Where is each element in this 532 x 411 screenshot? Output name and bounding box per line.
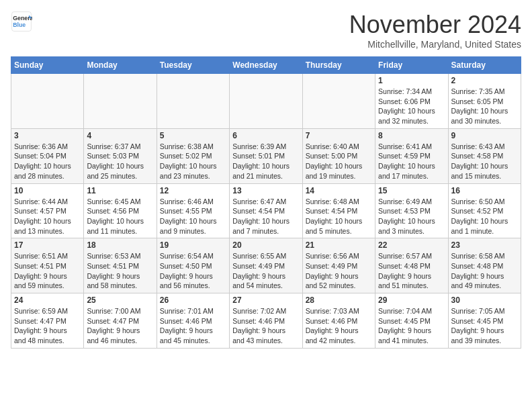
day-info: Sunrise: 6:40 AM Sunset: 5:00 PM Dayligh… [306,142,372,181]
calendar-week-row: 17Sunrise: 6:51 AM Sunset: 4:51 PM Dayli… [11,238,521,293]
calendar-cell [302,74,375,129]
calendar-cell: 28Sunrise: 7:03 AM Sunset: 4:46 PM Dayli… [302,293,375,349]
calendar-cell: 4Sunrise: 6:37 AM Sunset: 5:03 PM Daylig… [84,128,157,183]
day-number: 27 [232,295,299,305]
day-number: 7 [306,131,372,140]
calendar-header-row: SundayMondayTuesdayWednesdayThursdayFrid… [11,57,521,74]
month-title: November 2024 [349,11,521,39]
calendar-cell: 20Sunrise: 6:55 AM Sunset: 4:49 PM Dayli… [230,238,302,293]
col-header-sunday: Sunday [11,57,84,74]
day-info: Sunrise: 6:44 AM Sunset: 4:57 PM Dayligh… [14,197,81,236]
day-info: Sunrise: 6:58 AM Sunset: 4:48 PM Dayligh… [451,251,518,291]
day-number: 4 [87,131,153,140]
day-info: Sunrise: 6:51 AM Sunset: 4:51 PM Dayligh… [14,251,81,291]
calendar-cell: 9Sunrise: 6:43 AM Sunset: 4:58 PM Daylig… [448,128,521,183]
day-info: Sunrise: 6:56 AM Sunset: 4:49 PM Dayligh… [306,251,372,291]
day-number: 20 [232,240,299,250]
calendar-week-row: 1Sunrise: 7:34 AM Sunset: 6:06 PM Daylig… [11,74,521,129]
day-number: 30 [451,295,518,305]
day-number: 25 [87,295,153,305]
col-header-friday: Friday [375,57,448,74]
calendar-cell: 25Sunrise: 7:00 AM Sunset: 4:47 PM Dayli… [84,293,157,349]
day-number: 1 [378,76,445,85]
day-info: Sunrise: 6:55 AM Sunset: 4:49 PM Dayligh… [232,251,299,291]
day-info: Sunrise: 6:45 AM Sunset: 4:56 PM Dayligh… [87,197,153,236]
day-info: Sunrise: 6:49 AM Sunset: 4:53 PM Dayligh… [378,197,445,236]
day-info: Sunrise: 7:34 AM Sunset: 6:06 PM Dayligh… [378,87,445,126]
calendar-week-row: 24Sunrise: 6:59 AM Sunset: 4:47 PM Dayli… [11,293,521,349]
calendar-cell: 26Sunrise: 7:01 AM Sunset: 4:46 PM Dayli… [157,293,229,349]
calendar-cell: 3Sunrise: 6:36 AM Sunset: 5:04 PM Daylig… [11,128,84,183]
col-header-monday: Monday [84,57,157,74]
calendar-cell: 1Sunrise: 7:34 AM Sunset: 6:06 PM Daylig… [375,74,448,129]
calendar-cell: 19Sunrise: 6:54 AM Sunset: 4:50 PM Dayli… [157,238,229,293]
day-info: Sunrise: 6:50 AM Sunset: 4:52 PM Dayligh… [451,197,518,236]
calendar-cell [11,74,84,129]
day-number: 21 [306,240,372,250]
day-number: 11 [87,186,153,195]
calendar-cell: 27Sunrise: 7:02 AM Sunset: 4:46 PM Dayli… [230,293,302,349]
calendar-cell: 2Sunrise: 7:35 AM Sunset: 6:05 PM Daylig… [448,74,521,129]
calendar-cell: 23Sunrise: 6:58 AM Sunset: 4:48 PM Dayli… [448,238,521,293]
calendar-cell: 5Sunrise: 6:38 AM Sunset: 5:02 PM Daylig… [157,128,229,183]
day-number: 29 [378,295,445,305]
day-info: Sunrise: 7:03 AM Sunset: 4:46 PM Dayligh… [306,306,372,346]
day-number: 14 [306,186,372,195]
calendar-cell: 18Sunrise: 6:53 AM Sunset: 4:51 PM Dayli… [84,238,157,293]
day-info: Sunrise: 6:39 AM Sunset: 5:01 PM Dayligh… [232,142,299,181]
svg-text:Blue: Blue [13,21,26,28]
calendar-cell: 11Sunrise: 6:45 AM Sunset: 4:56 PM Dayli… [84,183,157,238]
day-info: Sunrise: 6:54 AM Sunset: 4:50 PM Dayligh… [160,251,226,291]
col-header-saturday: Saturday [448,57,521,74]
calendar-cell: 17Sunrise: 6:51 AM Sunset: 4:51 PM Dayli… [11,238,84,293]
day-number: 13 [232,186,299,195]
page-header: General Blue November 2024 Mitchellville… [11,11,521,50]
day-number: 3 [14,131,81,140]
day-number: 16 [451,186,518,195]
day-number: 9 [451,131,518,140]
day-info: Sunrise: 6:37 AM Sunset: 5:03 PM Dayligh… [87,142,153,181]
day-info: Sunrise: 6:36 AM Sunset: 5:04 PM Dayligh… [14,142,81,181]
day-number: 15 [378,186,445,195]
day-info: Sunrise: 7:02 AM Sunset: 4:46 PM Dayligh… [232,306,299,346]
day-number: 22 [378,240,445,250]
calendar-cell: 13Sunrise: 6:47 AM Sunset: 4:54 PM Dayli… [230,183,302,238]
day-info: Sunrise: 6:38 AM Sunset: 5:02 PM Dayligh… [160,142,226,181]
calendar-week-row: 10Sunrise: 6:44 AM Sunset: 4:57 PM Dayli… [11,183,521,238]
day-number: 28 [306,295,372,305]
calendar-week-row: 3Sunrise: 6:36 AM Sunset: 5:04 PM Daylig… [11,128,521,183]
col-header-wednesday: Wednesday [230,57,302,74]
day-number: 23 [451,240,518,250]
day-number: 26 [160,295,226,305]
day-number: 2 [451,76,518,85]
day-number: 17 [14,240,81,250]
calendar-cell: 16Sunrise: 6:50 AM Sunset: 4:52 PM Dayli… [448,183,521,238]
day-number: 6 [232,131,299,140]
calendar-cell: 14Sunrise: 6:48 AM Sunset: 4:54 PM Dayli… [302,183,375,238]
col-header-tuesday: Tuesday [157,57,229,74]
location-subtitle: Mitchellville, Maryland, United States [349,39,521,50]
calendar-cell [157,74,229,129]
day-info: Sunrise: 6:43 AM Sunset: 4:58 PM Dayligh… [451,142,518,181]
calendar-cell: 29Sunrise: 7:04 AM Sunset: 4:45 PM Dayli… [375,293,448,349]
day-number: 10 [14,186,81,195]
day-number: 12 [160,186,226,195]
day-number: 8 [378,131,445,140]
calendar-cell: 15Sunrise: 6:49 AM Sunset: 4:53 PM Dayli… [375,183,448,238]
day-info: Sunrise: 6:47 AM Sunset: 4:54 PM Dayligh… [232,197,299,236]
calendar-cell: 22Sunrise: 6:57 AM Sunset: 4:48 PM Dayli… [375,238,448,293]
day-info: Sunrise: 7:05 AM Sunset: 4:45 PM Dayligh… [451,306,518,346]
calendar-cell: 21Sunrise: 6:56 AM Sunset: 4:49 PM Dayli… [302,238,375,293]
day-number: 5 [160,131,226,140]
calendar-cell: 30Sunrise: 7:05 AM Sunset: 4:45 PM Dayli… [448,293,521,349]
day-info: Sunrise: 6:46 AM Sunset: 4:55 PM Dayligh… [160,197,226,236]
day-info: Sunrise: 7:00 AM Sunset: 4:47 PM Dayligh… [87,306,153,346]
day-info: Sunrise: 7:04 AM Sunset: 4:45 PM Dayligh… [378,306,445,346]
day-number: 19 [160,240,226,250]
logo-icon: General Blue [11,11,32,32]
calendar-cell: 24Sunrise: 6:59 AM Sunset: 4:47 PM Dayli… [11,293,84,349]
logo: General Blue [11,11,32,32]
calendar-cell [84,74,157,129]
day-info: Sunrise: 7:35 AM Sunset: 6:05 PM Dayligh… [451,87,518,126]
calendar-cell: 12Sunrise: 6:46 AM Sunset: 4:55 PM Dayli… [157,183,229,238]
